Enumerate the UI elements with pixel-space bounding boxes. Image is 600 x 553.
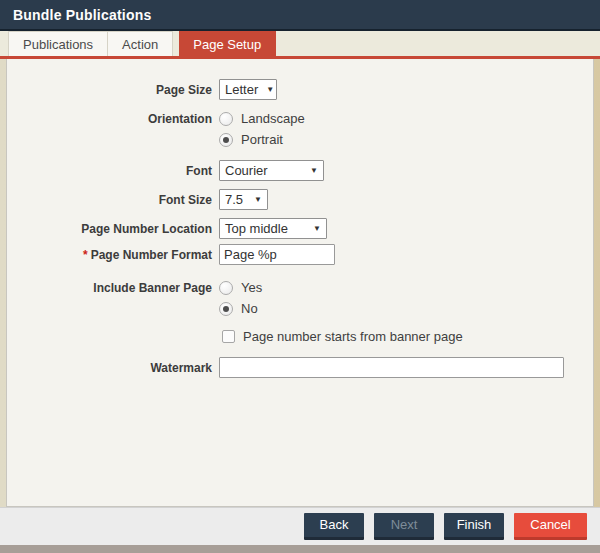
radio-landscape-icon[interactable] — [219, 112, 233, 126]
tab-publications-label: Publications — [23, 37, 93, 52]
page-number-location-value: Top middle — [225, 221, 288, 236]
required-asterisk: * — [83, 248, 88, 262]
font-size-row: Font Size 7.5 ▼ — [7, 189, 593, 210]
tab-action-label: Action — [122, 37, 158, 52]
page-number-location-row: Page Number Location Top middle ▼ — [7, 218, 593, 239]
page-setup-panel: Page Size Letter ▼ Orientation Landscape — [6, 59, 594, 507]
finish-button[interactable]: Finish — [444, 513, 504, 540]
tab-page-setup[interactable]: Page Setup — [179, 31, 276, 56]
page-size-value: Letter — [225, 82, 258, 97]
bundle-publications-dialog: Bundle Publications Publications Action … — [0, 0, 600, 553]
tab-page-setup-label: Page Setup — [193, 37, 261, 52]
font-size-select[interactable]: 7.5 ▼ — [219, 189, 268, 210]
back-button[interactable]: Back — [304, 513, 364, 540]
dialog-bottom-edge — [0, 545, 600, 553]
radio-landscape-label: Landscape — [241, 111, 305, 126]
radio-portrait-icon[interactable] — [219, 133, 233, 147]
include-banner-page-label: Include Banner Page — [7, 277, 212, 295]
font-value: Courier — [225, 163, 268, 178]
dialog-footer: Back Next Finish Cancel — [0, 507, 600, 545]
page-size-select[interactable]: Letter ▼ — [219, 79, 277, 100]
font-label: Font — [7, 160, 212, 178]
banner-option-no[interactable]: No — [219, 298, 262, 319]
tab-bar: Publications Action Page Setup — [0, 31, 600, 56]
font-size-value: 7.5 — [225, 192, 243, 207]
banner-option-yes[interactable]: Yes — [219, 277, 262, 298]
chevron-down-icon: ▼ — [266, 85, 274, 94]
font-select[interactable]: Courier ▼ — [219, 160, 324, 181]
include-banner-page-row: Include Banner Page Yes No — [7, 277, 593, 319]
page-number-location-select[interactable]: Top middle ▼ — [219, 218, 327, 239]
watermark-input[interactable] — [219, 357, 564, 378]
chevron-down-icon: ▼ — [254, 195, 262, 204]
orientation-option-portrait[interactable]: Portrait — [219, 129, 305, 150]
chevron-down-icon: ▼ — [310, 166, 318, 175]
page-number-location-label: Page Number Location — [7, 218, 212, 236]
font-size-label: Font Size — [7, 189, 212, 207]
chevron-down-icon: ▼ — [313, 224, 321, 233]
page-size-row: Page Size Letter ▼ — [7, 79, 593, 100]
tab-action[interactable]: Action — [108, 31, 173, 56]
page-size-label: Page Size — [7, 79, 212, 97]
page-number-format-label: *Page Number Format — [7, 244, 212, 262]
dialog-title-bar: Bundle Publications — [0, 0, 600, 31]
banner-checkbox-spacer — [7, 328, 212, 332]
cancel-button[interactable]: Cancel — [514, 513, 587, 540]
page-number-format-label-text: Page Number Format — [91, 248, 212, 262]
tab-publications[interactable]: Publications — [8, 31, 108, 56]
watermark-row: Watermark — [7, 357, 593, 378]
radio-yes-label: Yes — [241, 280, 262, 295]
watermark-label: Watermark — [7, 357, 212, 375]
font-row: Font Courier ▼ — [7, 160, 593, 181]
orientation-label: Orientation — [7, 108, 212, 126]
dialog-body-frame: Page Size Letter ▼ Orientation Landscape — [0, 59, 600, 507]
radio-no-label: No — [241, 301, 258, 316]
radio-yes-icon[interactable] — [219, 281, 233, 295]
checkbox-icon[interactable] — [222, 330, 235, 343]
orientation-row: Orientation Landscape Portrait — [7, 108, 593, 150]
banner-checkbox-row: Page number starts from banner page — [7, 328, 593, 344]
radio-portrait-label: Portrait — [241, 132, 283, 147]
radio-no-icon[interactable] — [219, 302, 233, 316]
page-number-format-input[interactable] — [219, 244, 335, 265]
orientation-option-landscape[interactable]: Landscape — [219, 108, 305, 129]
banner-page-checkbox-option[interactable]: Page number starts from banner page — [222, 328, 463, 344]
next-button[interactable]: Next — [374, 513, 434, 540]
dialog-title: Bundle Publications — [13, 7, 151, 23]
banner-page-checkbox-label: Page number starts from banner page — [243, 329, 463, 344]
page-number-format-row: *Page Number Format — [7, 244, 593, 265]
